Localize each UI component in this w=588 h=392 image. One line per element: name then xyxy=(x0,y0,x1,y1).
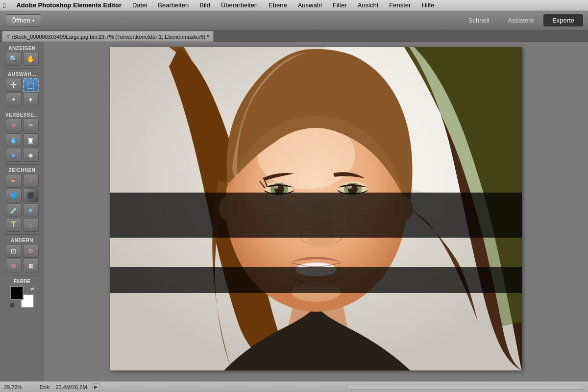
aendern-tools-1: ⊡ ⚙ xyxy=(6,244,39,258)
zeichnen-tools-2: 🪣 ⬛ xyxy=(6,189,39,202)
eyedropper-tool[interactable]: 💉 xyxy=(6,203,22,217)
open-label: Öffnen xyxy=(11,17,30,24)
lasso-tool[interactable]: ⌖ xyxy=(6,93,22,106)
tab-bar: × iStock_000000303499Large.jpg bei 29,7%… xyxy=(0,30,588,42)
main-content: ANZEIGEN 🔍 ✋ AUSWÄH... ✛ ⬚ ⌖ ✦ VERBESSE.… xyxy=(0,42,588,381)
foreground-color-swatch[interactable] xyxy=(10,286,24,300)
healing-tool[interactable]: ▣ xyxy=(23,133,39,147)
divider-2 xyxy=(4,109,40,109)
doc-size: 23,4M/26,6M xyxy=(55,384,87,390)
mode-assistent[interactable]: Assistent xyxy=(499,14,542,26)
hand-tool[interactable]: ✋ xyxy=(23,52,39,66)
divider-4 xyxy=(4,234,40,235)
straighten-tool[interactable]: ▦ xyxy=(23,259,39,272)
move-tool[interactable]: ✛ xyxy=(6,78,22,92)
divider-1 xyxy=(4,68,40,69)
app-name[interactable]: Adobe Photoshop Elements Editor xyxy=(14,1,123,9)
canvas-area xyxy=(44,42,588,381)
sponge-tool[interactable]: ◈ xyxy=(23,148,39,162)
magic-wand-tool[interactable]: ✦ xyxy=(23,93,39,106)
section-zeichnen-label: ZEICHNEN xyxy=(0,166,44,174)
menu-bar:  Adobe Photoshop Elements Editor Datei … xyxy=(0,0,588,11)
mode-experte[interactable]: Experte xyxy=(543,14,583,26)
menu-auswahl[interactable]: Auswahl xyxy=(296,1,324,9)
photo-canvas xyxy=(110,47,522,370)
blur-tool[interactable]: ● xyxy=(6,148,22,162)
open-button[interactable]: Öffnen ▾ xyxy=(5,14,41,26)
type-tool[interactable]: T xyxy=(6,218,22,232)
section-aendern-label: ÄNDERN xyxy=(0,236,44,244)
menu-ueberarbeiten[interactable]: Überarbeiten xyxy=(219,1,260,9)
color-swatches: ⇄ ⬛ xyxy=(10,286,34,308)
color-section-label: FARBE xyxy=(14,279,30,284)
canvas-wrapper xyxy=(110,47,522,370)
dok-label: Dok: xyxy=(40,384,51,390)
divider-3 xyxy=(4,164,40,165)
verbesse-tools-1: ⊕ ✏ xyxy=(6,119,39,132)
menu-datei[interactable]: Datei xyxy=(130,1,149,9)
marquee-tool[interactable]: ⬚ xyxy=(23,78,39,92)
status-separator: | xyxy=(33,384,35,390)
spot-tool[interactable]: ✏ xyxy=(23,119,39,132)
auswahl-tools-1: ✛ ⬚ xyxy=(6,78,39,92)
horizontal-scrollbar[interactable] xyxy=(346,385,584,390)
toolbox: ANZEIGEN 🔍 ✋ AUSWÄH... ✛ ⬚ ⌖ ✦ VERBESSE.… xyxy=(0,42,44,381)
color-area: FARBE ⇄ ⬛ xyxy=(0,277,44,310)
portrait-image xyxy=(110,47,522,370)
document-tab[interactable]: × iStock_000000303499Large.jpg bei 29,7%… xyxy=(2,31,214,42)
zeichnen-tools-1: ✒ ✂ xyxy=(6,174,39,188)
menu-hilfe[interactable]: Hilfe xyxy=(419,1,436,9)
menu-bild[interactable]: Bild xyxy=(197,1,212,9)
toolbar: Öffnen ▾ Schnell Assistent Experte xyxy=(0,11,588,30)
zeichnen-tools-3: 💉 ✳ xyxy=(6,203,39,217)
section-anzeigen-label: ANZEIGEN xyxy=(0,44,44,52)
eraser-tool[interactable]: ⌂ xyxy=(23,218,39,232)
menu-ansicht[interactable]: Ansicht xyxy=(356,1,381,9)
menu-ebene[interactable]: Ebene xyxy=(267,1,289,9)
menu-filter[interactable]: Filter xyxy=(331,1,349,9)
crop-tool[interactable]: ⊡ xyxy=(6,244,22,258)
tab-close-icon[interactable]: × xyxy=(6,34,9,39)
brush-tool[interactable]: ✒ xyxy=(6,174,22,188)
zoom-tool[interactable]: 🔍 xyxy=(6,52,22,66)
divider-5 xyxy=(4,275,40,275)
redeye-tool[interactable]: ⊕ xyxy=(6,119,22,132)
menu-fenster[interactable]: Fenster xyxy=(387,1,413,9)
svg-point-18 xyxy=(228,116,404,312)
verbesse-tools-2: 💧 ▣ xyxy=(6,133,39,147)
section-auswahl-label: AUSWÄH... xyxy=(0,70,44,78)
menu-bearbeiten[interactable]: Bearbeiten xyxy=(156,1,191,9)
apple-menu-icon[interactable]:  xyxy=(3,1,5,9)
swap-colors-icon[interactable]: ⇄ xyxy=(30,286,34,292)
verbesse-tools-3: ● ◈ xyxy=(6,148,39,162)
custom-shape-tool[interactable]: ✳ xyxy=(23,203,39,217)
recompose-tool[interactable]: ⚙ xyxy=(23,244,39,258)
liquify-tool[interactable]: ✿ xyxy=(6,259,22,272)
zoom-level: 29,72% xyxy=(4,384,28,390)
status-bar: 29,72% | Dok: 23,4M/26,6M ▶ xyxy=(0,381,588,392)
impressionist-tool[interactable]: ✂ xyxy=(23,174,39,188)
reset-colors-icon[interactable]: ⬛ xyxy=(10,303,15,308)
paint-bucket-tool[interactable]: 🪣 xyxy=(6,189,22,202)
status-arrow-button[interactable]: ▶ xyxy=(92,383,100,391)
gradient-tool[interactable]: ⬛ xyxy=(23,189,39,202)
mode-schnell[interactable]: Schnell xyxy=(460,14,498,26)
anzeigen-tools: 🔍 ✋ xyxy=(6,52,39,66)
tab-label: iStock_000000303499Large.jpg bei 29,7% (… xyxy=(12,34,209,40)
open-arrow-icon: ▾ xyxy=(32,18,35,23)
aendern-tools-2: ✿ ▦ xyxy=(6,259,39,272)
auswahl-tools-2: ⌖ ✦ xyxy=(6,93,39,106)
zeichnen-tools-4: T ⌂ xyxy=(6,218,39,232)
mode-buttons: Schnell Assistent Experte xyxy=(460,14,583,26)
clone-tool[interactable]: 💧 xyxy=(6,133,22,147)
section-verbesse-label: VERBESSE... xyxy=(0,111,44,119)
